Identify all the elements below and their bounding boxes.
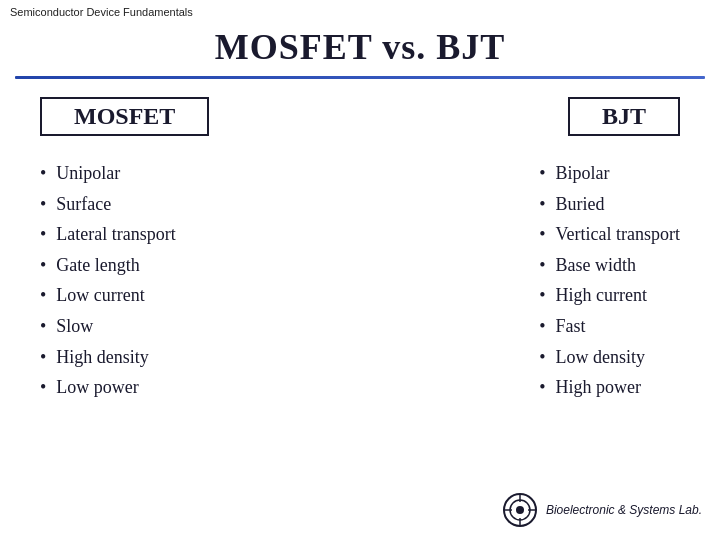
list-item: Low current bbox=[40, 280, 350, 311]
bjt-column: BJT Bipolar Buried Vertical transport Ba… bbox=[360, 97, 690, 403]
svg-point-2 bbox=[516, 506, 524, 514]
bjt-header: BJT bbox=[568, 97, 680, 136]
footer-logo-icon bbox=[502, 492, 538, 528]
list-item: High power bbox=[539, 372, 680, 403]
list-item: Vertical transport bbox=[539, 219, 680, 250]
footer-label: Bioelectronic & Systems Lab. bbox=[546, 503, 702, 517]
list-item: Base width bbox=[539, 250, 680, 281]
list-item: Lateral transport bbox=[40, 219, 350, 250]
page-title: MOSFET vs. BJT bbox=[0, 26, 720, 68]
list-item: Fast bbox=[539, 311, 680, 342]
mosfet-list: Unipolar Surface Lateral transport Gate … bbox=[40, 158, 350, 403]
list-item: Low density bbox=[539, 342, 680, 373]
list-item: High current bbox=[539, 280, 680, 311]
bjt-list: Bipolar Buried Vertical transport Base w… bbox=[539, 158, 680, 403]
page-subtitle: Semiconductor Device Fundamentals bbox=[0, 0, 720, 18]
list-item: Surface bbox=[40, 189, 350, 220]
footer: Bioelectronic & Systems Lab. bbox=[502, 492, 702, 528]
list-item: Low power bbox=[40, 372, 350, 403]
list-item: Bipolar bbox=[539, 158, 680, 189]
mosfet-header: MOSFET bbox=[40, 97, 209, 136]
list-item: Gate length bbox=[40, 250, 350, 281]
list-item: Buried bbox=[539, 189, 680, 220]
list-item: High density bbox=[40, 342, 350, 373]
mosfet-column: MOSFET Unipolar Surface Lateral transpor… bbox=[30, 97, 360, 403]
list-item: Unipolar bbox=[40, 158, 350, 189]
list-item: Slow bbox=[40, 311, 350, 342]
divider bbox=[15, 76, 705, 79]
